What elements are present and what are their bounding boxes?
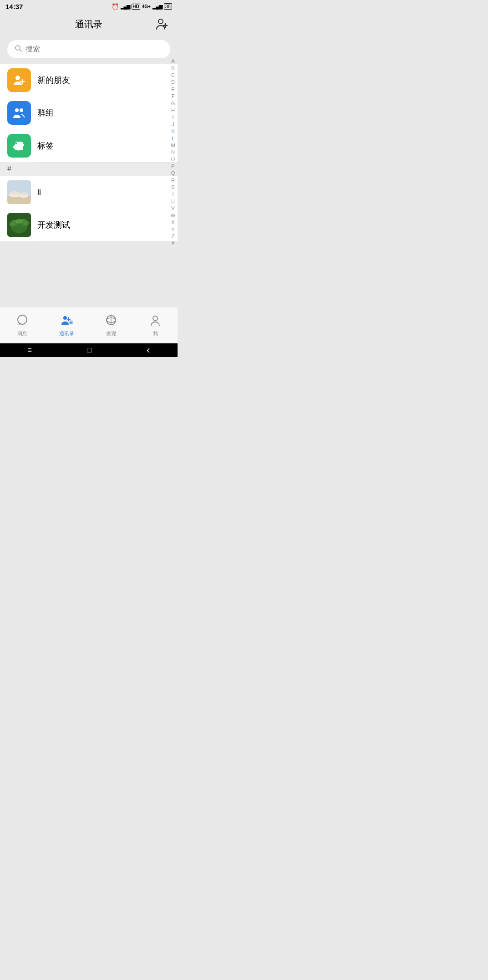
search-input[interactable]	[25, 45, 163, 53]
contacts-area: 新的朋友 群组	[0, 64, 178, 241]
groups-item[interactable]: 群组	[0, 97, 178, 129]
avatar-li	[7, 180, 31, 204]
tag-icon	[12, 139, 26, 153]
4g-icon: 4G+	[142, 4, 151, 9]
alpha-L[interactable]: L	[168, 135, 178, 142]
battery-icon: 38	[164, 3, 172, 10]
alpha-Y[interactable]: Y	[168, 226, 178, 233]
alpha-I[interactable]: I	[168, 114, 178, 121]
system-bar: ≡ □ ‹	[0, 343, 178, 357]
new-friends-icon-bg	[7, 68, 31, 92]
groups-icon	[12, 106, 26, 120]
alpha-M[interactable]: M	[168, 142, 178, 149]
svg-point-9	[20, 108, 23, 112]
system-menu-button[interactable]: ≡	[28, 346, 32, 354]
alpha-K[interactable]: K	[168, 128, 178, 135]
add-contact-button[interactable]	[154, 16, 170, 32]
alpha-Z[interactable]: Z	[168, 233, 178, 240]
contact-name-dev: 开发测试	[37, 219, 70, 230]
hd-icon: HD	[132, 4, 140, 10]
contact-item-dev[interactable]: 开发测试	[0, 209, 178, 241]
nav-item-messages[interactable]: 消息	[0, 307, 45, 343]
signal2-icon: ▂▄▆	[152, 4, 162, 10]
tags-label: 标签	[37, 140, 54, 151]
discover-icon	[105, 314, 117, 328]
page-title: 通讯录	[75, 18, 102, 31]
page-header: 通讯录	[0, 13, 178, 36]
nav-label-me: 我	[153, 330, 158, 337]
alpha-N[interactable]: N	[168, 149, 178, 156]
signal-icon: ▂▄▆	[121, 4, 130, 10]
alpha-B[interactable]: B	[168, 65, 178, 72]
svg-point-16	[19, 193, 28, 196]
alpha-V[interactable]: V	[168, 205, 178, 212]
svg-point-8	[15, 108, 19, 112]
alpha-T[interactable]: T	[168, 191, 178, 198]
contact-name-li: li	[37, 188, 41, 197]
alpha-G[interactable]: G	[168, 100, 178, 107]
alpha-R[interactable]: R	[168, 177, 178, 184]
avatar-dev-drawing	[7, 213, 31, 237]
contacts-icon	[60, 314, 73, 328]
svg-point-14	[9, 191, 20, 195]
svg-point-0	[158, 19, 163, 24]
svg-point-28	[63, 316, 67, 320]
system-back-button[interactable]: ‹	[147, 344, 150, 356]
tags-item[interactable]: 标签	[0, 129, 178, 162]
add-person-icon	[155, 17, 169, 31]
nav-label-messages: 消息	[17, 330, 27, 337]
svg-point-10	[15, 143, 17, 144]
alpha-P[interactable]: P	[168, 163, 178, 170]
groups-icon-bg	[7, 101, 31, 125]
contact-item-li[interactable]: li	[0, 176, 178, 209]
status-icons: ⏰ ▂▄▆ HD 4G+ ▂▄▆ 38	[112, 3, 172, 10]
main-content: 新的朋友 群组	[0, 36, 178, 307]
alpha-E[interactable]: E	[168, 86, 178, 93]
alpha-X[interactable]: X	[168, 219, 178, 226]
alpha-W[interactable]: W	[168, 212, 178, 219]
alpha-U[interactable]: U	[168, 198, 178, 205]
alpha-S[interactable]: S	[168, 184, 178, 191]
alpha-Q[interactable]: Q	[168, 170, 178, 177]
avatar-dev	[7, 213, 31, 237]
alpha-D[interactable]: D	[168, 79, 178, 86]
alpha-F[interactable]: F	[168, 93, 178, 100]
new-friends-item[interactable]: 新的朋友	[0, 64, 178, 97]
svg-point-27	[18, 315, 27, 324]
svg-line-4	[20, 50, 21, 51]
search-container	[0, 36, 178, 64]
status-bar: 14:37 ⏰ ▂▄▆ HD 4G+ ▂▄▆ 38	[0, 0, 178, 13]
svg-rect-12	[7, 196, 31, 204]
alarm-icon: ⏰	[112, 3, 119, 10]
alpha-A[interactable]: A	[168, 58, 178, 65]
profile-icon	[149, 314, 162, 328]
section-header-hash: #	[0, 162, 178, 176]
alpha-O[interactable]: O	[168, 156, 178, 163]
system-home-button[interactable]: □	[87, 346, 92, 354]
new-friends-label: 新的朋友	[37, 75, 70, 86]
menu-items-list: 新的朋友 群组	[0, 64, 178, 162]
add-friend-icon	[12, 73, 26, 87]
chat-icon	[16, 314, 29, 328]
search-icon	[15, 45, 22, 54]
contacts-list: li	[0, 176, 178, 241]
alpha-H[interactable]: H	[168, 107, 178, 114]
nav-item-discover[interactable]: 发现	[89, 307, 133, 343]
nav-label-discover: 发现	[106, 330, 116, 337]
search-bar[interactable]	[7, 40, 170, 58]
alphabet-index[interactable]: A B C D E F G H I J K L M N O P Q R S T …	[168, 64, 178, 241]
alpha-C[interactable]: C	[168, 72, 178, 79]
nav-label-contacts: 通讯录	[59, 330, 74, 337]
tags-icon-bg	[7, 134, 31, 158]
nav-item-me[interactable]: 我	[133, 307, 178, 343]
bottom-navigation: 消息 通讯录 发现	[0, 307, 178, 343]
avatar-li-drawing	[7, 180, 31, 204]
nav-item-contacts[interactable]: 通讯录	[45, 307, 89, 343]
status-time: 14:37	[5, 3, 23, 10]
groups-label: 群组	[37, 107, 54, 118]
svg-point-37	[153, 316, 158, 321]
alpha-J[interactable]: J	[168, 121, 178, 128]
alpha-hash[interactable]: #	[168, 240, 178, 247]
svg-point-5	[15, 76, 20, 80]
